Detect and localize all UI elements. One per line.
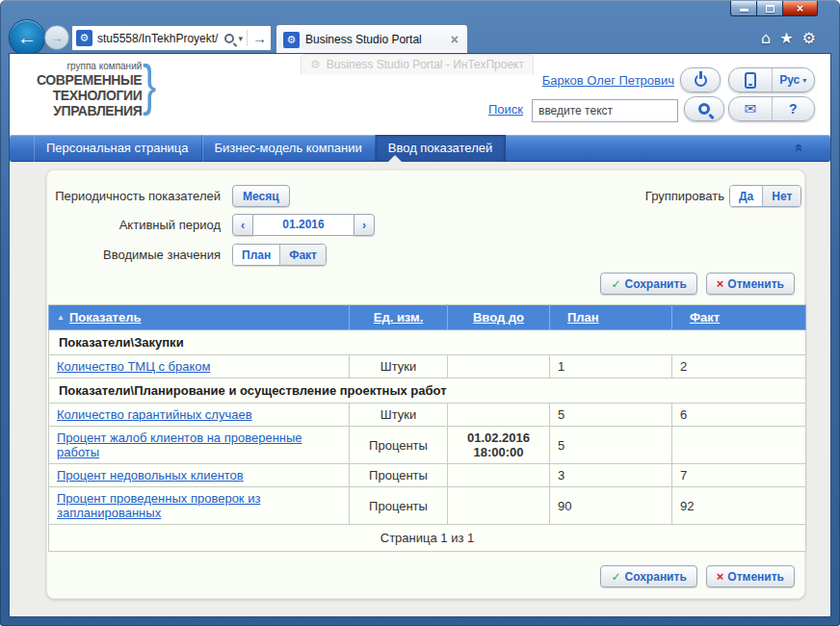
address-dropdown-icon[interactable]: ▾ (238, 34, 243, 43)
go-icon[interactable]: → (247, 30, 267, 46)
bottom-action-bar: ✓ Сохранить × Отменить (600, 565, 795, 587)
plan-cell[interactable]: 5 (550, 427, 672, 464)
group-label: Группировать (609, 185, 724, 207)
deadline-cell (448, 404, 550, 427)
home-icon[interactable]: ⌂ (761, 29, 771, 47)
url-text[interactable]: stu5558/InTekhProyekt/ (97, 32, 224, 45)
mail-help-control: ✉ ? (728, 96, 815, 121)
group-label: Показатели\Закупки (49, 330, 806, 355)
mobile-version-button[interactable] (729, 68, 772, 91)
active-period-value[interactable]: 01.2016 (253, 214, 354, 236)
group-yes-button[interactable]: Да (730, 186, 762, 206)
header-fact-link[interactable]: Факт (690, 310, 720, 325)
minimize-icon (740, 9, 748, 12)
indicator-link[interactable]: Процент недовольных клиентов (57, 468, 244, 483)
deadline-cell (448, 464, 550, 487)
header-deadline-link[interactable]: Ввод до (473, 310, 524, 325)
group-toggle: Да Нет (729, 185, 801, 207)
group-row: Показатели\Закупки (49, 330, 806, 355)
fact-cell[interactable]: 7 (672, 464, 806, 487)
fact-cell[interactable]: 2 (672, 355, 806, 378)
search-link[interactable]: Поиск (488, 102, 523, 117)
maximize-button[interactable] (757, 1, 783, 16)
browser-window: × ← → ⚙ stu5558/InTekhProyekt/ ▾ → ⚙ Bus… (0, 0, 840, 626)
plan-cell[interactable]: 5 (550, 404, 672, 427)
indicator-link[interactable]: Процент жалоб клиентов на проверенные ра… (57, 430, 302, 459)
check-icon: ✓ (611, 570, 620, 584)
save-button-bottom[interactable]: ✓ Сохранить (600, 565, 696, 587)
tab-close-icon[interactable]: × (449, 32, 460, 47)
save-button[interactable]: ✓ Сохранить (600, 273, 696, 295)
cancel-label: Отменить (727, 570, 784, 584)
close-button[interactable]: × (783, 1, 818, 16)
logout-button[interactable] (680, 67, 721, 92)
search-icon (698, 103, 710, 115)
header-fact[interactable]: Факт (672, 305, 806, 330)
browser-command-bar: ⌂ ★ ⚙ (761, 29, 816, 47)
search-input[interactable] (532, 99, 678, 122)
header-unit[interactable]: Ед. изм. (350, 305, 448, 330)
cancel-button-bottom[interactable]: × Отменить (706, 565, 795, 587)
plan-toggle-button[interactable]: План (233, 245, 279, 265)
question-icon: ? (789, 101, 798, 117)
save-label: Сохранить (625, 277, 687, 291)
header-unit-link[interactable]: Ед. изм. (374, 310, 424, 325)
language-selector[interactable]: Рус ▾ (772, 68, 815, 91)
logo-line-2: ТЕХНОЛОГИИ (37, 88, 142, 103)
ghost-tab-gear-icon: ⚙ (310, 58, 321, 71)
back-button[interactable]: ← (9, 19, 45, 56)
help-button[interactable]: ? (772, 97, 815, 120)
fact-cell[interactable] (672, 427, 806, 464)
settings-gear-icon[interactable]: ⚙ (802, 29, 816, 47)
next-period-button[interactable]: › (354, 214, 375, 236)
main-navigation: Персональная страница Бизнес-модель комп… (10, 135, 830, 162)
nav-tab-personal-page[interactable]: Персональная страница (34, 135, 202, 162)
plan-cell[interactable]: 90 (550, 487, 672, 525)
unit-cell: Проценты (350, 487, 448, 525)
cross-icon: × (717, 276, 724, 291)
header-indicator[interactable]: ▲Показатель (49, 305, 350, 330)
header-deadline[interactable]: Ввод до (448, 305, 550, 330)
ghost-tab: ⚙ Business Studio Portal - ИнТехПроект (301, 54, 534, 74)
fact-cell[interactable]: 92 (672, 487, 806, 525)
header-indicator-link[interactable]: Показатель (69, 310, 142, 325)
plan-cell[interactable]: 1 (550, 355, 672, 378)
fact-toggle-button[interactable]: Факт (279, 245, 326, 265)
input-values-label: Вводимые значения (47, 244, 221, 266)
collapse-menu-icon[interactable]: « (792, 143, 806, 151)
mail-button[interactable]: ✉ (729, 97, 772, 120)
top-action-bar: ✓ Сохранить × Отменить (600, 273, 795, 295)
table-row: Количество ТМЦ с браком Штуки 1 2 (49, 355, 806, 378)
phone-language-control: Рус ▾ (728, 67, 815, 92)
forward-arrow-icon: → (50, 30, 64, 45)
forward-button[interactable]: → (44, 25, 69, 50)
search-button[interactable] (684, 96, 724, 121)
indicator-link[interactable]: Процент проведенных проверок из запланир… (57, 491, 260, 520)
favorites-star-icon[interactable]: ★ (779, 29, 793, 47)
header-plan-link[interactable]: План (567, 310, 599, 325)
previous-period-button[interactable]: ‹ (232, 214, 253, 236)
periodicity-button[interactable]: Месяц (232, 185, 290, 207)
group-no-button[interactable]: Нет (762, 186, 801, 206)
table-row: Количество гарантийных случаев Штуки 5 6 (49, 404, 806, 427)
user-name-link[interactable]: Барков Олег Петрович (542, 73, 674, 88)
address-bar[interactable]: ⚙ stu5558/InTekhProyekt/ ▾ → (71, 25, 272, 51)
indicator-link[interactable]: Количество гарантийных случаев (57, 407, 252, 422)
minimize-button[interactable] (730, 1, 757, 16)
cancel-button[interactable]: × Отменить (706, 273, 795, 295)
browser-tab[interactable]: ⚙ Business Studio Portal × (276, 24, 468, 54)
deadline-cell: 01.02.2016 18:00:00 (448, 427, 550, 464)
indicator-link[interactable]: Количество ТМЦ с браком (57, 359, 210, 374)
deadline-cell (448, 487, 550, 525)
plan-cell[interactable]: 3 (550, 464, 672, 487)
logo-line-3: УПРАВЛЕНИЯ (37, 103, 142, 118)
back-arrow-icon: ← (17, 28, 37, 47)
address-search-icon[interactable] (224, 34, 234, 43)
nav-tab-business-model[interactable]: Бизнес-модель компании (202, 135, 376, 162)
cancel-label: Отменить (727, 277, 784, 291)
pager-row: Страница 1 из 1 (49, 525, 806, 552)
periodicity-label: Периодичность показателей (47, 185, 221, 207)
header-plan[interactable]: План (550, 305, 672, 330)
fact-cell[interactable]: 6 (672, 404, 806, 427)
close-icon: × (797, 3, 803, 14)
